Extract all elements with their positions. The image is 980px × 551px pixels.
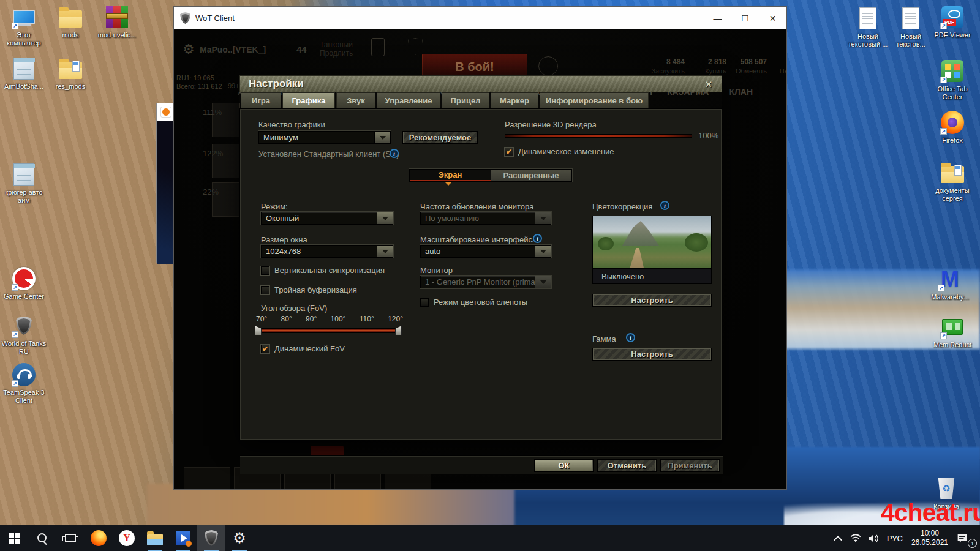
fov-slider-track xyxy=(257,328,399,333)
tab-battle-notifications[interactable]: Информирование в бою xyxy=(540,92,649,108)
desktop-icon-firefox[interactable]: ↗ Firefox xyxy=(929,110,976,144)
hangar-shop-bag-icon[interactable] xyxy=(371,38,385,56)
desktop-icon-label: Game Center xyxy=(4,293,44,301)
desktop-icon-pdf-viewer[interactable]: PDF↗ PDF-Viewer xyxy=(929,5,976,39)
desktop-icon-teamspeak[interactable]: ↗ TeamSpeak 3 Client xyxy=(0,362,48,405)
color-correction-label: Цветокоррекция xyxy=(592,202,652,211)
taskbar-firefox[interactable] xyxy=(85,525,113,551)
minimize-button[interactable]: — xyxy=(704,7,731,29)
preview-tree xyxy=(598,237,614,250)
chevron-down-icon[interactable] xyxy=(377,246,393,257)
info-icon[interactable]: i xyxy=(390,149,399,158)
monitor-label: Монитор xyxy=(420,266,453,275)
chevron-down-icon xyxy=(535,212,551,224)
action-center-button[interactable]: 1 xyxy=(957,529,975,547)
folder-icon xyxy=(59,62,82,79)
chevron-down-icon[interactable] xyxy=(535,246,551,257)
currency-gold[interactable]: 2 818Купить xyxy=(687,58,726,76)
recycle-bin-icon: ♻ xyxy=(937,478,956,499)
tab-graphics[interactable]: Графика xyxy=(282,92,335,108)
gamma-configure-button[interactable]: Настроить xyxy=(592,348,712,361)
vsync-checkbox[interactable]: ✔ xyxy=(261,266,270,275)
settings-close-icon[interactable]: ✕ xyxy=(702,78,715,91)
language-indicator[interactable]: РУС xyxy=(887,534,903,543)
close-button[interactable]: ✕ xyxy=(759,7,786,29)
desktop-icon-new-text-2[interactable]: Новый текстов... xyxy=(887,6,935,48)
settings-panel: Качество графики Минимум Рекомендуемое У… xyxy=(239,108,722,440)
recommended-button[interactable]: Рекомендуемое xyxy=(402,131,478,144)
color-correction-configure-button[interactable]: Настроить xyxy=(592,294,712,307)
wifi-icon[interactable] xyxy=(850,534,861,543)
tab-controls[interactable]: Управление xyxy=(377,92,440,108)
colorblind-checkbox[interactable]: ✔ xyxy=(420,298,429,307)
desktop-icon-mods[interactable]: mods xyxy=(47,5,94,39)
apply-button[interactable]: Применить xyxy=(660,459,720,472)
chevron-down-icon[interactable] xyxy=(377,212,393,224)
hangar-player-name[interactable]: MaPuo..[VTEK_] xyxy=(200,45,266,54)
quality-dropdown[interactable]: Минимум xyxy=(258,131,391,144)
taskbar-wot-client[interactable] xyxy=(197,525,225,551)
desktop-icon-office-tab[interactable]: ↗ Office Tab Center xyxy=(929,59,976,101)
shortcut-arrow-icon: ↗ xyxy=(938,285,944,291)
desktop-icon-mem-reduct[interactable]: ↗ Mem Reduct xyxy=(929,315,976,349)
dynamic-fov-checkbox[interactable]: ✔ xyxy=(261,345,270,353)
desktop-icon-label: AimBotSha... xyxy=(4,83,43,91)
ok-button[interactable]: ОК xyxy=(534,459,594,472)
taskbar-file-explorer[interactable] xyxy=(141,525,169,551)
subtab-advanced[interactable]: Расширенные xyxy=(491,170,571,181)
start-button[interactable] xyxy=(0,525,28,551)
hangar-wot-badge-icon xyxy=(538,56,558,76)
volume-icon[interactable] xyxy=(869,534,880,543)
window-size-dropdown[interactable]: 1024x768 xyxy=(261,245,393,258)
desktop-icon-this-pc[interactable]: ↗ Этот компьютер xyxy=(0,5,48,47)
taskbar-yandex-browser[interactable]: Y xyxy=(113,525,141,551)
desktop-icon-mod-uvelic[interactable]: mod-uvelic... xyxy=(93,5,141,39)
dynamic-change-checkbox[interactable]: ✔ xyxy=(505,148,513,156)
cancel-button[interactable]: Отменить xyxy=(597,459,657,472)
triple-buffer-checkbox[interactable]: ✔ xyxy=(261,286,270,294)
mode-dropdown[interactable]: Оконный xyxy=(261,212,393,225)
tank-carousel-slot[interactable] xyxy=(184,467,230,490)
taskbar-clock[interactable]: 10:00 26.05.2021 xyxy=(911,529,948,547)
info-icon[interactable]: i xyxy=(660,201,669,210)
hangar-menu-gear-icon[interactable]: ⚙ xyxy=(183,42,195,58)
desktop-icon-res-mods[interactable]: res_mods xyxy=(47,56,94,91)
monitor-dropdown: 1 - Generic PnP Monitor (primary) xyxy=(420,276,551,288)
info-icon[interactable]: i xyxy=(533,234,542,243)
currency-credits[interactable]: 508 507Обменять xyxy=(728,58,767,76)
tray-overflow-chevron-icon[interactable] xyxy=(834,534,842,542)
desktop-icon-aimbot[interactable]: AimBotSha... xyxy=(0,56,48,91)
currency-earn[interactable]: 8 484Заслужить xyxy=(646,58,685,76)
fov-slider-handle-right[interactable] xyxy=(395,326,402,335)
desktop-icon-label: Этот компьютер xyxy=(0,31,48,47)
window-titlebar[interactable]: WoT Client xyxy=(174,7,786,29)
fov-slider[interactable] xyxy=(255,326,402,335)
taskbar-movies-tv[interactable] xyxy=(169,525,197,551)
chevron-down-icon[interactable] xyxy=(374,132,390,143)
desktop-icon-docs-sergey[interactable]: документы сергея xyxy=(929,160,976,203)
taskbar-search-button[interactable] xyxy=(28,525,56,551)
ui-scale-dropdown[interactable]: auto xyxy=(420,245,551,258)
hangar-nav-item[interactable]: КЛАН xyxy=(729,87,753,97)
fov-slider-handle-left[interactable] xyxy=(255,326,262,335)
hangar-premium-block[interactable]: ТанковыйПродлить xyxy=(320,40,353,58)
desktop-icon-label: документы сергея xyxy=(929,187,976,203)
render-resolution-slider[interactable] xyxy=(505,135,692,137)
triple-buffer-row: ✔ Тройная буферизация xyxy=(261,285,357,294)
desktop-icon-kruger-autoaim[interactable]: крюгер авто аим xyxy=(0,162,48,204)
tab-sound[interactable]: Звук xyxy=(336,92,375,108)
taskbar-settings[interactable]: ⚙ xyxy=(225,525,254,551)
desktop-icon-malwarebytes[interactable]: M↗ Malwareby... xyxy=(926,267,974,301)
subtab-screen[interactable]: Экран xyxy=(410,170,491,181)
maximize-button[interactable]: ☐ xyxy=(731,7,759,29)
task-view-button[interactable] xyxy=(56,525,85,551)
tab-game[interactable]: Игра xyxy=(241,92,281,108)
tab-marker[interactable]: Маркер xyxy=(491,92,538,108)
desktop-icon-new-text-1[interactable]: Новый текстовый ... xyxy=(844,6,892,48)
vsync-row: ✔ Вертикальная синхронизация xyxy=(261,266,385,275)
desktop-icon-game-center[interactable]: ↗ Game Center xyxy=(0,266,48,301)
tab-reticle[interactable]: Прицел xyxy=(442,92,489,108)
desktop-icon-wot-ru[interactable]: ↗ World of Tanks RU xyxy=(0,313,48,356)
currency-free-xp[interactable]: 45Перев... xyxy=(766,58,787,76)
info-icon[interactable]: i xyxy=(626,333,635,342)
